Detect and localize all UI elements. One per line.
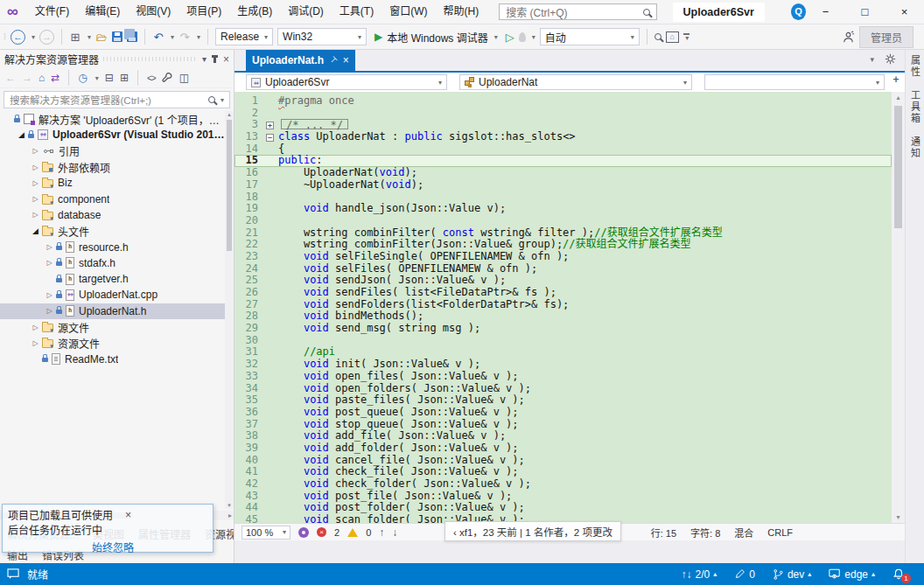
maximize-button[interactable]: □ bbox=[845, 0, 885, 24]
code-line[interactable]: 19 void handle_json(Json::Value v); bbox=[234, 203, 892, 215]
start-debugging-button[interactable]: ▶ 本地 Windows 调试器 ▾ bbox=[371, 30, 501, 45]
expander-icon[interactable]: ▷ bbox=[30, 339, 41, 347]
code-editor[interactable]: 1#pragma once23+/* ... */13−class Upload… bbox=[234, 92, 892, 523]
expander-icon[interactable]: ▷ bbox=[30, 195, 41, 203]
solution-explorer-search-box[interactable]: 搜索解决方案资源管理器(Ctrl+;) ▾ bbox=[4, 91, 230, 108]
code-line[interactable]: 44 void post_folder( Json::Value& v ); bbox=[234, 502, 892, 514]
menu-item[interactable]: 编辑(E) bbox=[77, 0, 128, 24]
code-line[interactable]: 20 bbox=[234, 215, 892, 227]
expander-icon[interactable]: ▷ bbox=[30, 147, 41, 155]
notifications-button[interactable]: 1 bbox=[892, 568, 905, 581]
toolbar-grip[interactable]: ⁞⁞ bbox=[4, 32, 4, 41]
split-window-handle[interactable]: + bbox=[890, 73, 902, 87]
type-scope-select[interactable]: UploaderNat ▾ bbox=[459, 74, 692, 90]
scroll-up-arrow-icon[interactable]: ▴ bbox=[892, 94, 905, 101]
account-avatar[interactable]: Q bbox=[791, 3, 806, 20]
preview-selected-items-icon[interactable]: ◫ bbox=[179, 72, 189, 84]
hot-reload-icon[interactable] bbox=[519, 32, 526, 42]
expander-icon[interactable]: ▷ bbox=[44, 291, 55, 299]
close-toast-icon[interactable]: × bbox=[125, 509, 131, 521]
expander-icon[interactable]: ▷ bbox=[30, 211, 41, 219]
chevron-down-icon[interactable]: ▾ bbox=[171, 33, 174, 41]
code-line[interactable]: 2 bbox=[234, 108, 892, 120]
intellicode-icon[interactable] bbox=[298, 527, 309, 538]
scrollbar-thumb[interactable] bbox=[227, 120, 232, 251]
code-line[interactable]: 36 void post_queue( Json::Value& v ); bbox=[234, 407, 892, 419]
forward-icon[interactable]: → bbox=[22, 72, 32, 84]
menu-item[interactable]: 帮助(H) bbox=[436, 0, 487, 24]
active-files-dropdown-icon[interactable]: ▾ bbox=[870, 55, 874, 64]
code-line[interactable]: 40 void cancel_file( Json::Value& v ); bbox=[234, 455, 892, 467]
tree-item[interactable]: ReadMe.txt bbox=[0, 351, 234, 366]
code-line[interactable]: 22 wstring combinFilter(Json::Value& gro… bbox=[234, 239, 892, 251]
expander-icon[interactable]: ▷ bbox=[44, 307, 55, 315]
navigate-back-button[interactable]: ← bbox=[10, 30, 25, 45]
code-line[interactable]: 43 void post_file( Json::Value& v ); bbox=[234, 491, 892, 503]
code-line[interactable]: 26 void sendFiles( list<FileDataPtr>& fs… bbox=[234, 287, 892, 299]
unpushed-edits-button[interactable]: 0 bbox=[734, 568, 755, 581]
tree-item[interactable]: ▷Biz bbox=[0, 175, 234, 191]
tree-item[interactable]: ◢头文件 bbox=[0, 223, 234, 239]
code-line[interactable]: 38 void add_file( Json::Value& v ); bbox=[234, 430, 892, 442]
repository-button[interactable]: edge ▴ bbox=[829, 568, 875, 581]
code-line[interactable]: 32 void init( Json::Value& v ); bbox=[234, 359, 892, 371]
git-branch-button[interactable]: dev ▴ bbox=[773, 568, 811, 581]
back-icon[interactable]: ← bbox=[5, 72, 16, 84]
code-line[interactable]: 30 bbox=[234, 335, 892, 347]
open-file-button[interactable]: 🗁 bbox=[95, 31, 108, 44]
code-line[interactable]: 29 void send_msg( string msg ); bbox=[234, 323, 892, 335]
code-line[interactable]: 17 ~UploaderNat(void); bbox=[234, 179, 892, 192]
save-all-button[interactable] bbox=[127, 31, 137, 42]
scroll-up-arrow-icon[interactable]: ▴ bbox=[225, 111, 234, 118]
scroll-right-arrow-icon[interactable]: ▸ bbox=[228, 512, 234, 519]
scroll-down-arrow-icon[interactable]: ▾ bbox=[892, 513, 905, 521]
char-indicator[interactable]: 字符: 8 bbox=[690, 526, 720, 540]
line-indicator[interactable]: 行: 15 bbox=[651, 526, 676, 540]
warning-count[interactable]: 0 bbox=[366, 527, 371, 538]
code-line[interactable]: 16 UploaderNat(void); bbox=[234, 167, 892, 179]
close-panel-icon[interactable]: × bbox=[223, 53, 229, 66]
eol-indicator[interactable]: CRLF bbox=[767, 527, 793, 538]
properties-wrench-icon[interactable] bbox=[162, 73, 173, 84]
tree-item[interactable]: ▷hstdafx.h bbox=[0, 255, 234, 271]
menu-item[interactable]: 文件(F) bbox=[27, 0, 77, 24]
next-issue-icon[interactable]: ↓ bbox=[392, 526, 397, 539]
code-line[interactable]: 3+/* ... */ bbox=[234, 119, 892, 131]
always-ignore-link[interactable]: 始终忽略 bbox=[92, 540, 134, 554]
code-line[interactable]: 18 bbox=[234, 192, 892, 204]
minimize-button[interactable]: − bbox=[806, 0, 845, 24]
scroll-down-arrow-icon[interactable]: ▾ bbox=[225, 502, 234, 509]
solution-explorer-vertical-scrollbar[interactable]: ▴ ▾ bbox=[225, 111, 234, 509]
pending-changes-filter-icon[interactable]: ◷ bbox=[78, 72, 87, 84]
pin-icon[interactable] bbox=[214, 56, 216, 63]
code-line[interactable]: 28 void bindMethods(); bbox=[234, 310, 892, 323]
find-in-files-button[interactable] bbox=[654, 33, 662, 40]
close-button[interactable]: × bbox=[885, 0, 924, 24]
view-code-icon[interactable]: <> bbox=[147, 73, 156, 83]
attach-mode-select[interactable]: 自动 ▾ bbox=[540, 28, 640, 45]
solution-explorer-header[interactable]: 解决方案资源管理器 ▾ × bbox=[0, 50, 234, 68]
tree-item[interactable]: ▷资源文件 bbox=[0, 335, 234, 351]
expander-icon[interactable]: ◢ bbox=[30, 226, 41, 235]
tree-item[interactable]: htargetver.h bbox=[0, 271, 234, 287]
switch-views-icon[interactable]: ⇄ bbox=[51, 72, 60, 84]
show-all-files-icon[interactable]: ⊞ bbox=[120, 72, 129, 84]
tree-item[interactable]: 解决方案 'Uploader6Svr' (1 个项目，共 1 个) bbox=[0, 111, 234, 127]
document-tab[interactable]: UploaderNat.h ⊤ × bbox=[246, 50, 355, 71]
collapse-region-icon[interactable]: − bbox=[266, 134, 274, 142]
new-project-button[interactable]: ⊞ bbox=[69, 31, 81, 44]
sync-commits-button[interactable]: ↑↓ 2/0 ▴ bbox=[682, 568, 718, 581]
tree-item[interactable]: ▷hUploaderNat.h bbox=[0, 303, 234, 319]
pin-tab-icon[interactable]: ⊤ bbox=[328, 55, 340, 66]
menu-item[interactable]: 调试(D) bbox=[280, 0, 332, 24]
expander-icon[interactable]: ▷ bbox=[44, 243, 55, 251]
collapsed-region-box[interactable]: /* ... */ bbox=[281, 119, 348, 129]
undo-button[interactable]: ↶ bbox=[152, 31, 164, 44]
close-tab-icon[interactable]: × bbox=[343, 54, 349, 66]
code-line[interactable]: 15public: bbox=[234, 155, 892, 167]
code-line[interactable]: 41 void check_file( Json::Value& v ); bbox=[234, 466, 892, 478]
side-tab[interactable]: 属性 bbox=[908, 55, 922, 78]
editor-vertical-scrollbar[interactable]: ▴ ▾ bbox=[892, 92, 905, 523]
expander-icon[interactable]: ▷ bbox=[30, 164, 41, 171]
sync-with-active-document-button[interactable]: ⌂ bbox=[666, 31, 679, 43]
